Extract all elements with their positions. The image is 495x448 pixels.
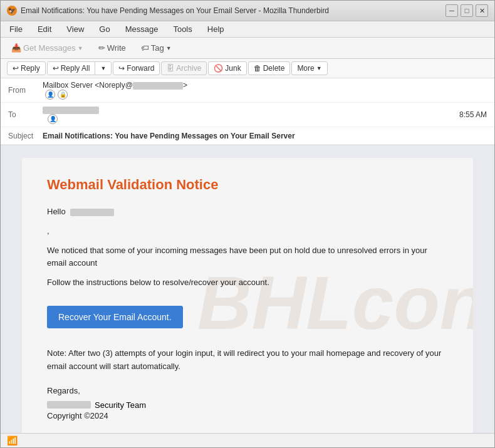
- tag-button[interactable]: 🏷 Tag ▼: [135, 40, 177, 56]
- reply-all-dropdown[interactable]: ▼: [95, 62, 111, 75]
- tag-icon: 🏷: [141, 43, 149, 53]
- from-label: From: [8, 86, 43, 95]
- more-dropdown-arrow: ▼: [316, 65, 322, 71]
- from-value: Mailbox Server <Noreply@> 👤 🔒: [43, 81, 487, 100]
- get-messages-dropdown-arrow: ▼: [78, 45, 83, 51]
- reply-all-icon: ↩: [53, 64, 59, 73]
- get-messages-button[interactable]: 📥 Get Messages ▼: [6, 40, 89, 56]
- reply-icon: ↩: [13, 64, 19, 73]
- to-row: To 👤 8:55 AM: [1, 103, 494, 127]
- main-window: 🦅 Email Notifications: You have Pending …: [0, 0, 495, 448]
- recipient-name-redacted: [70, 209, 114, 216]
- reply-button[interactable]: ↩ Reply: [7, 61, 46, 75]
- email-body: BHLcon Webmail Validation Notice Hello ,…: [22, 158, 473, 433]
- forward-icon: ↪: [118, 64, 125, 73]
- menu-file[interactable]: File: [6, 23, 26, 36]
- action-buttons: ↩ Reply ↩ Reply All ▼ ↪ Forward 🗄 Archiv…: [7, 61, 328, 75]
- forward-button[interactable]: ↪ Forward: [113, 61, 160, 75]
- menu-go[interactable]: Go: [95, 23, 113, 36]
- security-team-label: Security Team: [95, 400, 146, 410]
- to-label: To: [8, 110, 43, 119]
- email-title: Webmail Validation Notice: [47, 177, 448, 193]
- menu-message[interactable]: Message: [122, 23, 162, 36]
- get-messages-icon: 📥: [11, 43, 21, 53]
- app-icon: 🦅: [7, 6, 17, 16]
- more-button[interactable]: More ▼: [291, 61, 327, 75]
- email-time: 8:55 AM: [459, 110, 487, 119]
- close-button[interactable]: ✕: [476, 4, 488, 17]
- menu-help[interactable]: Help: [204, 23, 228, 36]
- minimize-button[interactable]: ─: [446, 4, 458, 17]
- subject-label: Subject: [8, 132, 43, 140]
- menu-tools[interactable]: Tools: [169, 23, 195, 36]
- window-title: Email Notifications: You have Pending Me…: [21, 6, 329, 15]
- reply-all-group: ↩ Reply All ▼: [47, 61, 112, 75]
- note-text: Note: After two (3) attempts of your log…: [47, 347, 448, 373]
- archive-icon: 🗄: [167, 64, 174, 73]
- write-button[interactable]: ✏ Write: [93, 40, 132, 56]
- recover-email-button[interactable]: Recover Your Email Account.: [47, 306, 183, 328]
- to-value: 👤: [43, 105, 459, 124]
- email-body-wrapper: BHLcon Webmail Validation Notice Hello ,…: [1, 145, 494, 433]
- action-bar: ↩ Reply ↩ Reply All ▼ ↪ Forward 🗄 Archiv…: [1, 59, 494, 78]
- junk-button[interactable]: 🚫 Junk: [208, 61, 246, 75]
- email-greeting: Hello: [47, 206, 448, 219]
- team-name-redacted: [47, 401, 91, 409]
- delete-button[interactable]: 🗑 Delete: [248, 61, 291, 75]
- menu-bar: File Edit View Go Message Tools Help: [1, 21, 494, 38]
- security-team-row: Security Team: [47, 400, 448, 410]
- subject-row: Subject Email Notifications: You have Pe…: [1, 127, 494, 145]
- from-row: From Mailbox Server <Noreply@> 👤 🔒: [1, 78, 494, 103]
- security-icon[interactable]: 🔒: [58, 90, 68, 100]
- title-bar: 🦅 Email Notifications: You have Pending …: [1, 1, 494, 21]
- email-content: Webmail Validation Notice Hello , We not…: [47, 177, 448, 422]
- status-bar: 📶: [1, 433, 494, 447]
- delete-icon: 🗑: [254, 64, 261, 73]
- menu-view[interactable]: View: [63, 23, 88, 36]
- to-value-redacted: [43, 107, 99, 114]
- archive-button[interactable]: 🗄 Archive: [161, 61, 207, 75]
- email-headers: From Mailbox Server <Noreply@> 👤 🔒 To 👤 …: [1, 78, 494, 145]
- toolbar: 📥 Get Messages ▼ ✏ Write 🏷 Tag ▼: [1, 38, 494, 59]
- tag-dropdown-arrow: ▼: [166, 45, 172, 51]
- from-domain-redacted: [133, 82, 183, 90]
- menu-edit[interactable]: Edit: [34, 23, 55, 36]
- email-body-para2: Follow the instructions below to resolve…: [47, 276, 448, 289]
- email-comma: ,: [47, 225, 448, 238]
- from-text: Mailbox Server <Noreply@: [43, 81, 133, 90]
- wifi-icon: 📶: [7, 435, 18, 445]
- address-book-icon[interactable]: 👤: [45, 90, 55, 100]
- regards-text: Regards,: [47, 386, 448, 395]
- email-body-para1: We noticed that some of your incoming me…: [47, 244, 448, 271]
- to-icons: 👤: [48, 114, 459, 124]
- to-contact-icon[interactable]: 👤: [48, 114, 58, 124]
- copyright-text: Copyright ©2024: [47, 410, 448, 423]
- reply-all-dropdown-arrow: ▼: [100, 65, 106, 71]
- write-icon: ✏: [98, 43, 105, 53]
- window-controls: ─ □ ✕: [446, 4, 488, 17]
- maximize-button[interactable]: □: [461, 4, 473, 17]
- junk-icon: 🚫: [214, 64, 223, 73]
- from-icons: 👤 🔒: [45, 90, 487, 100]
- subject-value: Email Notifications: You have Pending Me…: [43, 132, 487, 140]
- title-bar-left: 🦅 Email Notifications: You have Pending …: [7, 6, 329, 16]
- reply-all-button[interactable]: ↩ Reply All: [48, 62, 96, 75]
